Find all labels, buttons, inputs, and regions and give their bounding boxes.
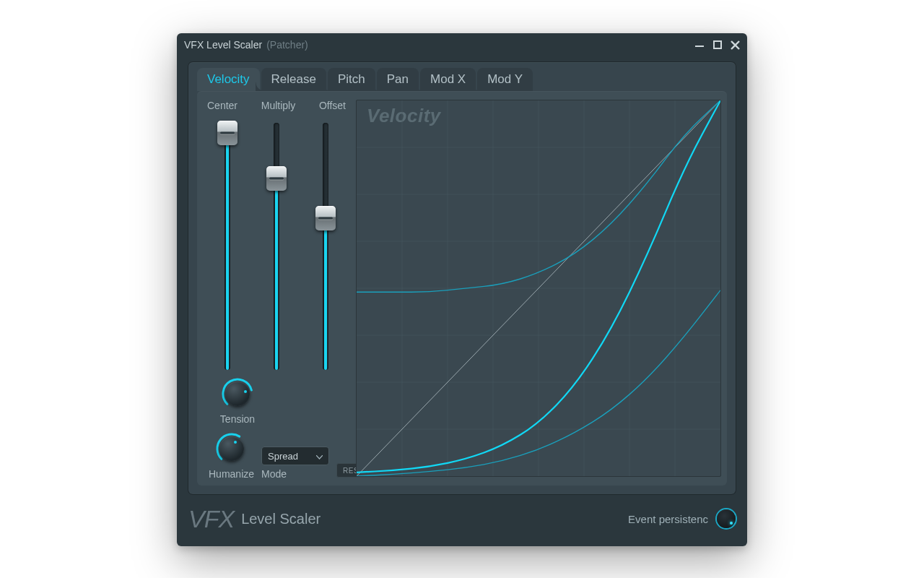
velocity-graph[interactable]: Velocity [356, 100, 721, 477]
tension-knob[interactable] [221, 377, 254, 410]
svg-rect-1 [714, 41, 721, 48]
event-persistence-label: Event persistenc [628, 513, 708, 525]
svg-rect-0 [695, 46, 704, 47]
tension-label: Tension [220, 413, 255, 425]
slider-thumb[interactable] [315, 206, 336, 230]
slider-thumb[interactable] [266, 166, 287, 191]
slider-offset[interactable] [304, 118, 347, 374]
panel-body: CenterMultiplyOffset Tension Humanize [197, 91, 727, 486]
mode-selected: Spread [268, 451, 298, 462]
plugin-window: VFX Level Scaler (Patcher) VelocityRelea… [177, 33, 747, 546]
tab-mod-y[interactable]: Mod Y [477, 68, 533, 91]
slider-label: Center [207, 100, 237, 111]
tab-pitch[interactable]: Pitch [328, 68, 375, 91]
slider-label: Multiply [261, 100, 295, 111]
slider-labels: CenterMultiplyOffset [204, 100, 349, 114]
slider-center[interactable] [206, 118, 249, 374]
tab-velocity[interactable]: Velocity [197, 68, 260, 91]
close-icon[interactable] [731, 40, 740, 50]
mode-label: Mode [261, 468, 287, 480]
window-title: VFX Level Scaler [184, 39, 262, 51]
chevron-down-icon [316, 451, 323, 462]
slider-label: Offset [319, 100, 346, 111]
titlebar[interactable]: VFX Level Scaler (Patcher) [177, 33, 747, 56]
tab-mod-x[interactable]: Mod X [420, 68, 476, 91]
tab-release[interactable]: Release [261, 68, 326, 91]
mode-select[interactable]: Spread [261, 447, 329, 465]
tab-pan[interactable]: Pan [377, 68, 419, 91]
window-subtitle: (Patcher) [266, 39, 308, 51]
minimize-icon[interactable] [694, 40, 705, 50]
maximize-icon[interactable] [713, 40, 722, 49]
logo-big: VFX [188, 505, 234, 533]
tab-bar: VelocityReleasePitchPanMod XMod Y [188, 62, 736, 91]
event-persistence-toggle[interactable] [717, 509, 736, 528]
humanize-label: Humanize [209, 468, 254, 480]
controls-column: CenterMultiplyOffset Tension Humanize [197, 91, 356, 486]
logo-small: Level Scaler [241, 511, 321, 527]
sliders [204, 114, 349, 374]
main-panel: VelocityReleasePitchPanMod XMod Y Center… [188, 62, 736, 494]
slider-multiply[interactable] [255, 118, 298, 374]
slider-thumb[interactable] [217, 121, 237, 145]
footer: VFX Level Scaler Event persistenc [188, 499, 736, 539]
humanize-knob[interactable] [215, 432, 248, 465]
